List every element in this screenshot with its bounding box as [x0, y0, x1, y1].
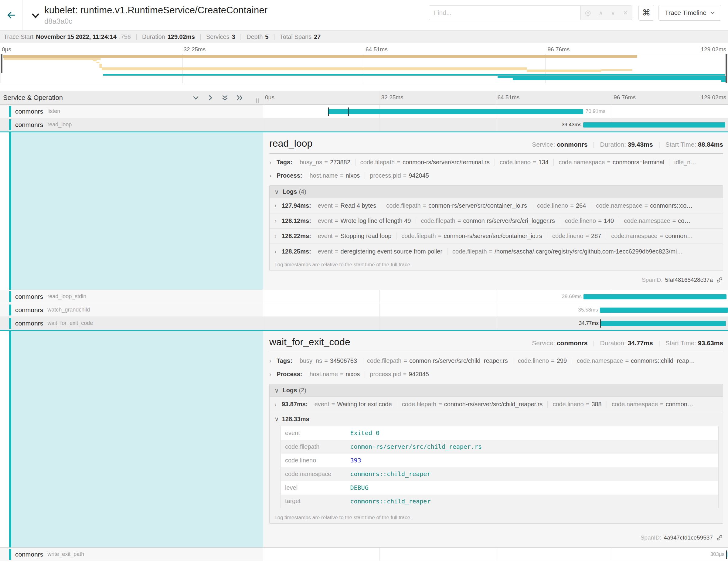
span-duration-label: 39.43ms — [562, 122, 581, 128]
trace-minimap: 0μs 32.25ms 64.51ms 96.76ms 129.02ms — [0, 43, 728, 91]
span-duration-label: 70.91ms — [586, 108, 605, 114]
operation-name: write_exit_path — [47, 551, 84, 557]
find-input[interactable] — [429, 5, 580, 20]
services-value: 3 — [232, 33, 235, 40]
top-bar: kubelet: runtime.v1.RuntimeService/Creat… — [0, 0, 728, 30]
chevron-right-icon: › — [274, 202, 279, 209]
span-duration-label: 39.69ms — [562, 294, 582, 300]
trace-start-frac: .756 — [119, 33, 131, 40]
span-bar[interactable] — [600, 321, 726, 326]
prev-result-icon[interactable]: ∧ — [599, 10, 603, 16]
service-name: conmonrs — [15, 108, 43, 115]
span-detail-wait-for-exit-code: wait_for_exit_code Service: conmonrs | D… — [0, 330, 728, 548]
detail-span-color-bar — [9, 132, 11, 290]
chevron-right-icon: › — [269, 357, 274, 364]
logs-footnote: Log timestamps are relative to the start… — [270, 259, 723, 271]
span-row-wait-for-exit-code[interactable]: conmonrs wait_for_exit_code 34.77ms — [0, 317, 728, 330]
keyboard-shortcuts-button[interactable]: ⌘ — [638, 5, 654, 21]
span-bar[interactable] — [583, 122, 725, 128]
logs-header[interactable]: ∨ Logs (4) — [270, 186, 723, 198]
expanded-log-row-header[interactable]: ∨ 128.33ms — [270, 412, 723, 426]
link-icon[interactable] — [716, 534, 723, 541]
process-row[interactable]: › Process: host.name=nixos process.pid=9… — [269, 169, 723, 182]
depth-value: 5 — [265, 33, 268, 40]
table-row: code.lineno 393 — [281, 454, 719, 467]
span-id-value: 5faf48165428c37a — [665, 277, 713, 283]
span-color-accent — [9, 549, 11, 560]
trace-id: d8a3a0c — [44, 17, 267, 26]
duration-value: 129.02ms — [168, 33, 195, 40]
back-button[interactable] — [0, 0, 22, 30]
logs-section: ∨ Logs (4) › 127.94ms: event=Read 4 byte… — [269, 185, 723, 271]
logs-section: ∨ Logs (2) › 93.87ms: event=Waiting for … — [269, 384, 723, 524]
minimap-left-handle — [1, 54, 2, 73]
collapse-trace-header-icon[interactable] — [31, 12, 40, 21]
expand-all-icon[interactable] — [236, 94, 243, 102]
span-row-read-loop-stdin[interactable]: conmonrs read_loop_stdin 39.69ms — [0, 290, 728, 303]
collapse-one-icon[interactable] — [192, 94, 200, 102]
detail-indent-backdrop — [11, 132, 263, 290]
chevron-right-icon: › — [274, 217, 279, 224]
minimap-tick-labels: 0μs 32.25ms 64.51ms 96.76ms 129.02ms — [0, 46, 728, 54]
trace-info-bar: Trace Start November 15 2022, 11:24:14 .… — [0, 30, 728, 43]
column-resize-grip[interactable] — [256, 98, 259, 103]
trace-start-value: November 15 2022, 11:24:14 — [36, 33, 117, 40]
timeline-grid-header: Service & Operation 0μs 32.25ms 64.51ms … — [0, 91, 728, 105]
detail-indent-backdrop — [11, 331, 263, 547]
locate-icon[interactable]: ◎ — [585, 9, 591, 16]
next-result-icon[interactable]: ∨ — [611, 10, 615, 16]
trace-start-label: Trace Start — [4, 33, 33, 40]
log-row[interactable]: › 128.25ms: event=deregistering event so… — [270, 244, 723, 259]
tags-row[interactable]: › Tags: busy_ns=34506763 code.filepath=c… — [269, 354, 723, 367]
span-row-write-exit-path[interactable]: conmonrs write_exit_path 303μs — [0, 548, 728, 561]
table-row: event Exited 0 — [281, 426, 719, 440]
service-name: conmonrs — [15, 320, 43, 327]
detail-meta: Service: conmonrs | Duration: 39.43ms | … — [532, 141, 723, 148]
operation-name: watch_grandchild — [47, 307, 90, 313]
page-title: kubelet: runtime.v1.RuntimeService/Creat… — [44, 5, 267, 16]
minimap-canvas[interactable] — [1, 54, 727, 84]
span-color-accent — [9, 106, 11, 117]
arrow-left-icon — [5, 9, 17, 21]
trace-view-selector[interactable]: Trace Timeline — [658, 5, 721, 21]
service-name: conmonrs — [15, 121, 43, 128]
services-label: Services — [206, 33, 230, 40]
process-row[interactable]: › Process: host.name=nixos process.pid=9… — [269, 367, 723, 381]
chevron-right-icon: › — [269, 159, 274, 166]
log-row[interactable]: › 128.22ms: event=Stopping read loop cod… — [270, 229, 723, 244]
chevron-right-icon: › — [269, 172, 274, 179]
logs-footnote: Log timestamps are relative to the start… — [270, 512, 723, 523]
tags-row[interactable]: › Tags: busy_ns=273882 code.filepath=con… — [269, 155, 723, 169]
span-id-value: 4a947cfd1ce59537 — [664, 534, 713, 541]
depth-label: Depth — [247, 33, 263, 40]
span-row-watch-grandchild[interactable]: conmonrs watch_grandchild 35.58ms — [0, 303, 728, 317]
chevron-down-icon: ∨ — [274, 387, 279, 394]
link-icon[interactable] — [716, 276, 723, 284]
span-id-row: SpanID: 5faf48165428c37a — [269, 273, 723, 287]
span-bar[interactable] — [583, 294, 726, 299]
chevron-right-icon: › — [274, 401, 279, 408]
chevron-right-icon: › — [274, 248, 279, 255]
span-duration-label: 303μs — [710, 551, 725, 557]
service-operation-header: Service & Operation — [0, 91, 263, 104]
span-row-read-loop[interactable]: conmonrs read_loop 39.43ms — [0, 118, 728, 131]
span-row-listen[interactable]: conmonrs listen 70.91ms — [0, 105, 728, 118]
expand-one-icon[interactable] — [206, 94, 214, 102]
chevron-down-icon: ∨ — [274, 415, 279, 423]
collapse-all-icon[interactable] — [221, 94, 229, 102]
table-row: target conmonrs::child_reaper — [281, 495, 719, 508]
table-row: code.namespace conmonrs::child_reaper — [281, 467, 719, 481]
chevron-down-icon: ∨ — [274, 188, 279, 196]
clear-search-icon[interactable]: ✕ — [623, 10, 628, 16]
span-bar[interactable] — [328, 109, 583, 114]
operation-name: listen — [47, 108, 60, 114]
logs-header[interactable]: ∨ Logs (2) — [270, 384, 723, 397]
log-row[interactable]: › 128.12ms: event=Wrote log line of leng… — [270, 213, 723, 229]
table-row: level DEBUG — [281, 481, 719, 495]
log-row[interactable]: › 93.87ms: event=Waiting for exit code c… — [270, 397, 723, 412]
span-bar[interactable] — [600, 308, 728, 313]
detail-meta: Service: conmonrs | Duration: 34.77ms | … — [532, 339, 723, 347]
detail-title: wait_for_exit_code — [269, 336, 350, 348]
span-color-accent — [9, 291, 11, 302]
log-row[interactable]: › 127.94ms: event=Read 4 bytes code.file… — [270, 198, 723, 213]
